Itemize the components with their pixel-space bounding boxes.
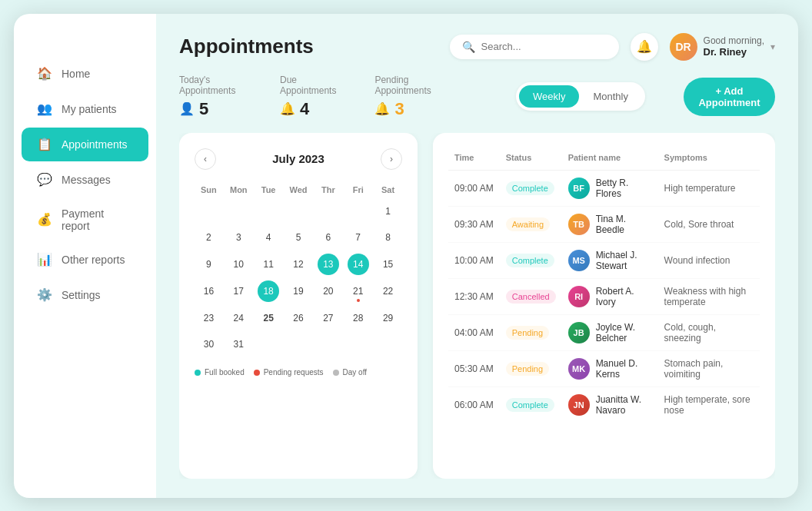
calendar-day bbox=[225, 199, 253, 224]
stat-pending: Pending Appointments 🔔 3 bbox=[374, 75, 439, 119]
main-content: Appointments 🔍 🔔 DR Good morning, Dr. Ri… bbox=[156, 14, 798, 498]
sidebar-item-label: Messages bbox=[62, 174, 111, 186]
calendar-day-name: Mon bbox=[225, 182, 253, 197]
calendar-day[interactable]: 14 bbox=[344, 252, 372, 277]
calendar-day[interactable]: 12 bbox=[285, 252, 313, 277]
legend-item: Day off bbox=[333, 368, 368, 377]
user-info[interactable]: DR Good morning, Dr. Riney ▾ bbox=[670, 33, 775, 61]
patient-name: Robert A. Ivory bbox=[596, 286, 652, 307]
calendar-day[interactable]: 17 bbox=[225, 279, 253, 304]
appointment-time: 09:00 AM bbox=[448, 170, 500, 206]
sidebar-item-settings[interactable]: ⚙️ Settings bbox=[22, 278, 148, 312]
calendar-day[interactable]: 7 bbox=[344, 225, 372, 251]
appointment-time: 10:00 AM bbox=[448, 242, 500, 278]
calendar-day[interactable]: 1 bbox=[374, 199, 402, 224]
calendar-day[interactable]: 16 bbox=[195, 279, 223, 304]
avatar: MS bbox=[568, 250, 590, 271]
calendar-next-btn[interactable]: › bbox=[381, 148, 402, 170]
calendar-day[interactable]: 27 bbox=[314, 306, 342, 331]
sidebar-item-messages[interactable]: 💬 Messages bbox=[22, 163, 148, 197]
search-box: 🔍 bbox=[450, 35, 619, 59]
home-icon: 🏠 bbox=[37, 66, 52, 81]
calendar-day[interactable]: 20 bbox=[314, 279, 342, 304]
appointment-time: 09:30 AM bbox=[448, 206, 500, 242]
legend-label: Day off bbox=[343, 368, 368, 377]
stat-pending-value: 🔔 3 bbox=[374, 99, 439, 119]
stat-due: Due Appointments 🔔 4 bbox=[280, 75, 336, 119]
appointments-panel: TimeStatusPatient nameSymptoms 09:00 AMC… bbox=[433, 133, 775, 479]
search-input[interactable] bbox=[481, 41, 607, 52]
calendar-day[interactable]: 23 bbox=[195, 306, 223, 331]
appointment-symptoms: Wound infection bbox=[658, 242, 760, 278]
appointment-patient: JBJoylce W. Belcher bbox=[562, 314, 658, 350]
payment-report-icon: 💰 bbox=[37, 212, 52, 227]
table-row: 06:00 AMCompleteJNJuanitta W. NavaroHigh… bbox=[448, 387, 760, 423]
calendar-panel: ‹ July 2023 › SunMonTueWedThrFriSat12345… bbox=[179, 133, 418, 479]
appointment-patient: TBTina M. Beedle bbox=[562, 206, 658, 242]
calendar-grid: SunMonTueWedThrFriSat1234567891011121314… bbox=[195, 182, 402, 358]
appointment-status: Pending bbox=[500, 350, 562, 387]
appointment-symptoms: High temperature bbox=[658, 170, 760, 206]
appointment-status: Cancelled bbox=[500, 278, 562, 314]
stat-today-icon: 👤 bbox=[179, 101, 195, 116]
status-badge: Awaiting bbox=[506, 217, 550, 231]
status-badge: Pending bbox=[506, 362, 549, 376]
monthly-toggle-btn[interactable]: Monthly bbox=[579, 85, 642, 108]
calendar-day[interactable]: 24 bbox=[225, 306, 253, 331]
calendar-day[interactable]: 4 bbox=[255, 225, 283, 251]
appointment-patient: MKManuel D. Kerns bbox=[562, 350, 658, 387]
calendar-day[interactable]: 19 bbox=[285, 279, 313, 304]
add-appointment-button[interactable]: + Add Appointment bbox=[684, 78, 775, 116]
appointment-time: 04:00 AM bbox=[448, 314, 500, 350]
calendar-day[interactable]: 8 bbox=[374, 225, 402, 251]
calendar-day[interactable]: 18 bbox=[255, 279, 283, 304]
calendar-day[interactable]: 31 bbox=[225, 332, 253, 357]
calendar-day bbox=[314, 199, 342, 224]
notification-bell[interactable]: 🔔 bbox=[631, 33, 658, 61]
calendar-day[interactable]: 9 bbox=[195, 252, 223, 277]
calendar-day[interactable]: 6 bbox=[314, 225, 342, 251]
calendar-day[interactable]: 11 bbox=[255, 252, 283, 277]
calendar-legend: Full booked Pending requests Day off bbox=[195, 368, 402, 377]
app-container: 🏠 Home 👥 My patients 📋 Appointments 💬 Me… bbox=[14, 14, 798, 498]
calendar-day[interactable]: 25 bbox=[255, 306, 283, 331]
calendar-day[interactable]: 21 bbox=[344, 279, 372, 304]
calendar-day[interactable]: 30 bbox=[195, 332, 223, 357]
sidebar-item-my-patients[interactable]: 👥 My patients bbox=[22, 92, 148, 126]
stat-pending-label: Pending Appointments bbox=[374, 75, 439, 96]
calendar-day[interactable]: 10 bbox=[225, 252, 253, 277]
calendar-day[interactable]: 13 bbox=[314, 252, 342, 277]
calendar-prev-btn[interactable]: ‹ bbox=[195, 148, 216, 170]
appointment-symptoms: Stomach pain, voimiting bbox=[658, 350, 760, 387]
calendar-day[interactable]: 15 bbox=[374, 252, 402, 277]
calendar-day[interactable]: 2 bbox=[195, 225, 223, 251]
calendar-day[interactable]: 26 bbox=[285, 306, 313, 331]
calendar-day-name: Wed bbox=[285, 182, 313, 197]
sidebar-item-appointments[interactable]: 📋 Appointments bbox=[22, 128, 148, 161]
calendar-day[interactable]: 5 bbox=[285, 225, 313, 251]
calendar-day-name: Sun bbox=[195, 182, 223, 197]
appointment-patient: MSMichael J. Stewart bbox=[562, 242, 658, 278]
stat-today-label: Today's Appointments bbox=[179, 75, 241, 96]
calendar-day[interactable]: 3 bbox=[225, 225, 253, 251]
calendar-day[interactable]: 28 bbox=[344, 306, 372, 331]
sidebar-item-payment-report[interactable]: 💰 Payment report bbox=[22, 198, 148, 241]
appointments-icon: 📋 bbox=[37, 137, 52, 152]
sidebar-item-other-reports[interactable]: 📊 Other reports bbox=[22, 243, 148, 277]
sidebar-item-home[interactable]: 🏠 Home bbox=[22, 57, 148, 91]
search-icon: 🔍 bbox=[462, 41, 475, 53]
weekly-toggle-btn[interactable]: Weekly bbox=[519, 85, 579, 108]
stats-row: Today's Appointments 👤 5 Due Appointment… bbox=[179, 75, 775, 119]
legend-dot bbox=[254, 370, 260, 376]
table-row: 04:00 AMPendingJBJoylce W. BelcherCold, … bbox=[448, 314, 760, 350]
table-column-header: Time bbox=[448, 148, 500, 171]
page-title: Appointments bbox=[179, 35, 314, 58]
sidebar: 🏠 Home 👥 My patients 📋 Appointments 💬 Me… bbox=[14, 14, 156, 498]
avatar: JB bbox=[568, 322, 590, 343]
calendar-day[interactable]: 29 bbox=[374, 306, 402, 331]
table-row: 09:30 AMAwaitingTBTina M. BeedleCold, So… bbox=[448, 206, 760, 242]
stat-due-value: 🔔 4 bbox=[280, 99, 336, 119]
stat-due-icon: 🔔 bbox=[280, 101, 295, 116]
calendar-day[interactable]: 22 bbox=[374, 279, 402, 304]
appointment-status: Awaiting bbox=[500, 206, 562, 242]
